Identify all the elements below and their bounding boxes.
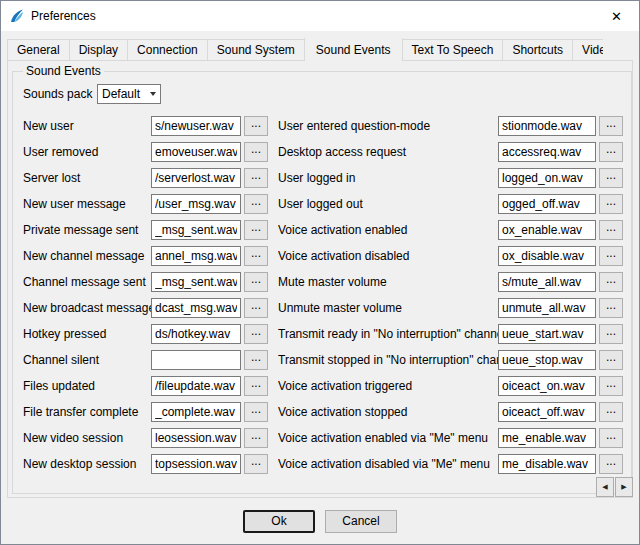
- tab-video[interactable]: Video: [572, 39, 603, 61]
- sound-event-label: Private message sent: [23, 223, 151, 237]
- tab-sound-events[interactable]: Sound Events: [304, 38, 403, 61]
- browse-button[interactable]: ...: [599, 194, 623, 214]
- sound-event-file-input[interactable]: [151, 220, 241, 240]
- sound-event-file-input[interactable]: [498, 376, 596, 396]
- browse-button[interactable]: ...: [244, 142, 268, 162]
- browse-button[interactable]: ...: [599, 402, 623, 422]
- sound-event-row: Mute master volume...: [278, 272, 623, 292]
- sound-event-label: Voice activation triggered: [278, 379, 498, 393]
- sound-event-row: Voice activation enabled...: [278, 220, 623, 240]
- sound-event-row: User logged out...: [278, 194, 623, 214]
- sound-event-row: New user...: [23, 116, 268, 136]
- sound-event-file-input[interactable]: [151, 298, 241, 318]
- sound-event-file-input[interactable]: [498, 454, 596, 474]
- sound-event-file-input[interactable]: [498, 428, 596, 448]
- sound-event-label: Files updated: [23, 379, 151, 393]
- sound-event-file-input[interactable]: [151, 194, 241, 214]
- sound-event-file-input[interactable]: [151, 246, 241, 266]
- sound-event-file-input[interactable]: [498, 220, 596, 240]
- browse-button[interactable]: ...: [599, 168, 623, 188]
- sound-event-label: Voice activation enabled via "Me" menu: [278, 431, 498, 445]
- sound-event-row: New video session...: [23, 428, 268, 448]
- browse-button[interactable]: ...: [244, 246, 268, 266]
- sound-event-file-input[interactable]: [151, 142, 241, 162]
- tab-scroll-right-button[interactable]: ▶: [615, 477, 633, 497]
- sound-event-file-input[interactable]: [151, 428, 241, 448]
- sound-event-row: Hotkey pressed...: [23, 324, 268, 344]
- tab-sound-system[interactable]: Sound System: [207, 39, 305, 61]
- browse-button[interactable]: ...: [599, 298, 623, 318]
- browse-button[interactable]: ...: [244, 272, 268, 292]
- browse-button[interactable]: ...: [244, 454, 268, 474]
- browse-button[interactable]: ...: [244, 350, 268, 370]
- sound-event-file-input[interactable]: [151, 376, 241, 396]
- sound-event-row: Server lost...: [23, 168, 268, 188]
- sound-event-row: Voice activation disabled...: [278, 246, 623, 266]
- cancel-button[interactable]: Cancel: [325, 510, 397, 533]
- browse-button[interactable]: ...: [599, 350, 623, 370]
- tab-bar-tabs: GeneralDisplayConnectionSound SystemSoun…: [7, 38, 603, 61]
- browse-button[interactable]: ...: [244, 220, 268, 240]
- sound-event-file-input[interactable]: [151, 324, 241, 344]
- browse-button[interactable]: ...: [244, 168, 268, 188]
- sound-event-label: Voice activation disabled: [278, 249, 498, 263]
- sound-event-file-input[interactable]: [498, 142, 596, 162]
- sound-event-file-input[interactable]: [151, 168, 241, 188]
- sound-event-row: New desktop session...: [23, 454, 268, 474]
- browse-button[interactable]: ...: [244, 376, 268, 396]
- sound-event-file-input[interactable]: [498, 272, 596, 292]
- browse-button[interactable]: ...: [244, 194, 268, 214]
- browse-button[interactable]: ...: [599, 454, 623, 474]
- tab-general[interactable]: General: [7, 39, 70, 61]
- sound-event-label: New user: [23, 119, 151, 133]
- sound-event-file-input[interactable]: [498, 168, 596, 188]
- sound-event-row: New channel message...: [23, 246, 268, 266]
- browse-button[interactable]: ...: [599, 142, 623, 162]
- tab-widget: GeneralDisplayConnectionSound SystemSoun…: [7, 38, 633, 498]
- browse-button[interactable]: ...: [599, 272, 623, 292]
- sound-event-row: File transfer complete...: [23, 402, 268, 422]
- browse-button[interactable]: ...: [599, 116, 623, 136]
- sound-event-file-input[interactable]: [498, 402, 596, 422]
- app-logo-icon: [9, 8, 25, 24]
- tab-shortcuts[interactable]: Shortcuts: [502, 39, 573, 61]
- sound-event-file-input[interactable]: [498, 194, 596, 214]
- browse-button[interactable]: ...: [244, 116, 268, 136]
- sound-event-file-input[interactable]: [498, 350, 596, 370]
- groupbox-title: Sound Events: [23, 64, 104, 78]
- sound-event-label: New video session: [23, 431, 151, 445]
- browse-button[interactable]: ...: [599, 246, 623, 266]
- ok-button[interactable]: Ok: [243, 510, 315, 533]
- tab-display[interactable]: Display: [69, 39, 128, 61]
- tab-connection[interactable]: Connection: [127, 39, 208, 61]
- browse-button[interactable]: ...: [599, 220, 623, 240]
- close-button[interactable]: ✕: [594, 1, 639, 31]
- sound-event-label: New desktop session: [23, 457, 151, 471]
- sound-event-file-input[interactable]: [498, 116, 596, 136]
- browse-button[interactable]: ...: [599, 376, 623, 396]
- browse-button[interactable]: ...: [244, 298, 268, 318]
- browse-button[interactable]: ...: [244, 324, 268, 344]
- sound-event-file-input[interactable]: [498, 324, 596, 344]
- sound-event-file-input[interactable]: [151, 454, 241, 474]
- tab-scroll-left-button[interactable]: ◀: [596, 477, 614, 497]
- sound-event-row: Voice activation triggered...: [278, 376, 623, 396]
- sound-event-label: Voice activation disabled via "Me" menu: [278, 457, 498, 471]
- tab-text-to-speech[interactable]: Text To Speech: [402, 39, 504, 61]
- sound-event-file-input[interactable]: [151, 272, 241, 292]
- sound-event-label: New channel message: [23, 249, 151, 263]
- sounds-pack-value: Default: [98, 87, 145, 101]
- right-column: User entered question-mode...Desktop acc…: [278, 116, 623, 480]
- sound-event-row: Unmute master volume...: [278, 298, 623, 318]
- chevron-down-icon: [145, 85, 160, 103]
- sound-event-file-input[interactable]: [151, 402, 241, 422]
- browse-button[interactable]: ...: [244, 428, 268, 448]
- sounds-pack-select[interactable]: Default: [97, 84, 161, 104]
- browse-button[interactable]: ...: [599, 428, 623, 448]
- sound-event-file-input[interactable]: [498, 246, 596, 266]
- sound-event-file-input[interactable]: [151, 350, 241, 370]
- sound-event-file-input[interactable]: [498, 298, 596, 318]
- browse-button[interactable]: ...: [599, 324, 623, 344]
- browse-button[interactable]: ...: [244, 402, 268, 422]
- sound-event-file-input[interactable]: [151, 116, 241, 136]
